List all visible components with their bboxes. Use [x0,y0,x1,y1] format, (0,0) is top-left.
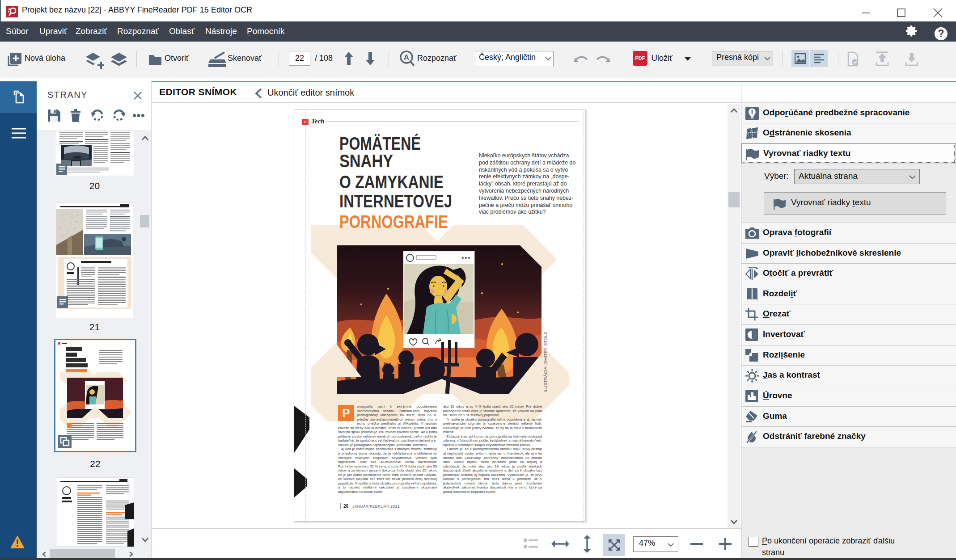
svg-text:A: A [404,53,409,62]
svg-text:ILUSTRÁCIA: DMITRY STOLZ: ILUSTRÁCIA: DMITRY STOLZ [543,332,548,392]
